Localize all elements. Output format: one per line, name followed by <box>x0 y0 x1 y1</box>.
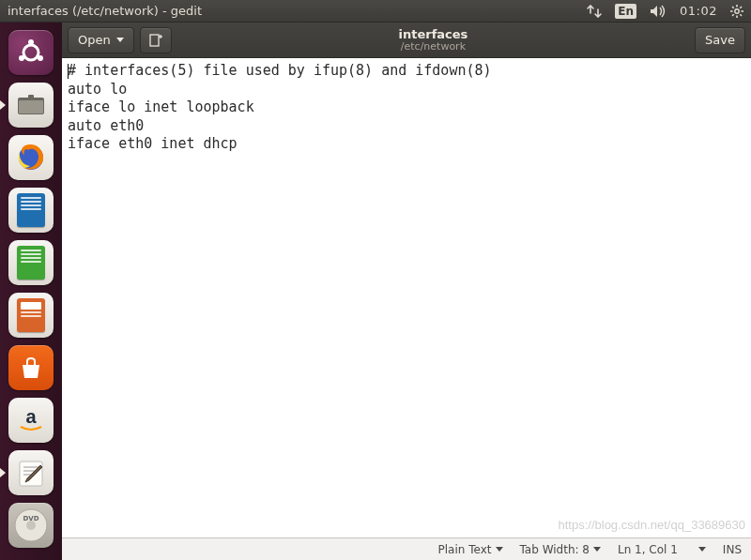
new-document-icon <box>148 33 163 48</box>
svg-line-5 <box>732 7 734 8</box>
software-icon <box>8 345 54 390</box>
open-button-label: Open <box>78 33 111 47</box>
gear-icon[interactable] <box>730 5 743 18</box>
svg-line-6 <box>740 14 742 16</box>
keyboard-indicator[interactable]: En <box>615 4 636 19</box>
clock[interactable]: 01:02 <box>680 4 717 18</box>
gedit-statusbar: Plain Text Tab Width: 8 Ln 1, Col 1 INS <box>62 537 751 560</box>
svg-rect-25 <box>150 35 159 46</box>
text-editor-icon <box>8 450 54 495</box>
svg-point-0 <box>735 8 739 12</box>
files-icon <box>8 83 54 128</box>
svg-point-12 <box>38 55 43 61</box>
save-button[interactable]: Save <box>695 27 745 53</box>
launcher-disc[interactable]: DVD <box>7 501 55 550</box>
svg-line-7 <box>732 14 734 16</box>
launcher-impress[interactable] <box>7 291 55 340</box>
chevron-down-icon <box>593 547 601 552</box>
tab-width-label: Tab Width: 8 <box>520 543 590 556</box>
launcher-firefox[interactable] <box>7 133 55 182</box>
document-title-area: interfaces /etc/network <box>177 27 689 53</box>
svg-text:a: a <box>25 406 37 427</box>
impress-icon <box>8 293 54 338</box>
save-button-label: Save <box>705 33 735 47</box>
insert-mode: INS <box>723 543 742 556</box>
launcher-amazon[interactable]: a <box>7 396 55 445</box>
cursor-position-selector[interactable]: Ln 1, Col 1 <box>618 543 706 556</box>
calc-icon <box>8 240 54 285</box>
svg-rect-15 <box>28 95 34 99</box>
tab-width-selector[interactable]: Tab Width: 8 <box>520 543 601 556</box>
document-filepath: /etc/network <box>177 40 689 53</box>
launcher-writer[interactable] <box>7 186 55 235</box>
svg-point-11 <box>19 55 24 61</box>
gedit-toolbar: Open interfaces /etc/network Save <box>62 23 751 58</box>
volume-icon[interactable] <box>650 5 667 18</box>
window-title: interfaces (/etc/network) - gedit <box>8 4 587 18</box>
disc-icon: DVD <box>8 503 54 548</box>
chevron-down-icon <box>116 38 124 42</box>
new-tab-button[interactable] <box>140 27 172 53</box>
document-filename: interfaces <box>177 27 689 41</box>
syntax-selector[interactable]: Plain Text <box>438 543 503 556</box>
chevron-down-icon <box>698 547 706 552</box>
gedit-window: Open interfaces /etc/network Save # inte… <box>62 23 751 560</box>
svg-point-9 <box>23 45 38 60</box>
open-button[interactable]: Open <box>68 27 134 53</box>
writer-icon <box>8 188 54 233</box>
launcher-calc[interactable] <box>7 238 55 287</box>
launcher-dash[interactable] <box>7 28 55 77</box>
svg-rect-14 <box>19 100 43 114</box>
firefox-icon <box>8 135 54 180</box>
system-menubar: interfaces (/etc/network) - gedit En 01:… <box>0 0 751 23</box>
text-editor-area[interactable]: # interfaces(5) file used by ifup(8) and… <box>62 58 751 537</box>
amazon-icon: a <box>8 398 54 443</box>
unity-launcher: a DVD <box>0 23 62 560</box>
launcher-files[interactable] <box>7 81 55 129</box>
chevron-down-icon <box>496 547 503 552</box>
syntax-label: Plain Text <box>438 543 492 556</box>
svg-point-10 <box>28 39 34 45</box>
network-icon[interactable] <box>587 5 602 18</box>
launcher-software[interactable] <box>7 343 55 392</box>
launcher-gedit[interactable] <box>7 448 55 497</box>
cursor-position: Ln 1, Col 1 <box>618 543 678 556</box>
svg-rect-18 <box>20 462 42 486</box>
svg-line-8 <box>740 7 742 8</box>
system-indicators: En 01:02 <box>587 4 743 19</box>
ubuntu-logo-icon <box>8 30 54 75</box>
svg-text:DVD: DVD <box>23 515 38 522</box>
